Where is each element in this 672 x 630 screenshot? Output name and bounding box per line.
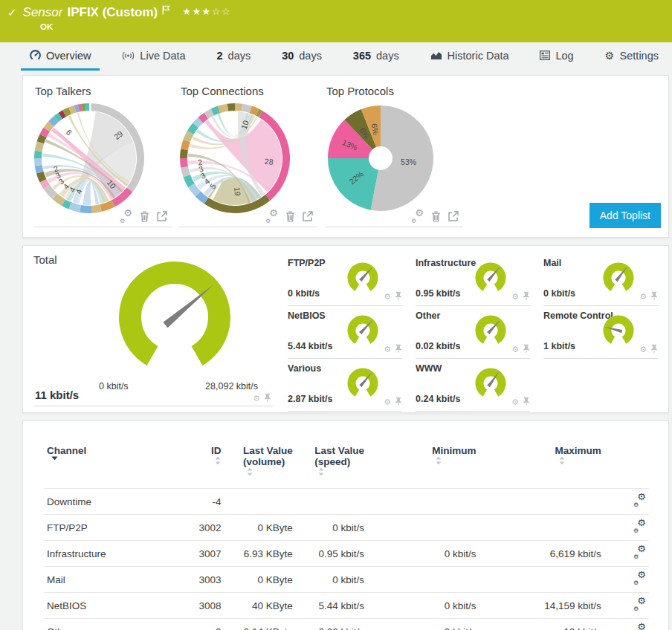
column-header-minimum[interactable]: Minimum: [367, 435, 479, 489]
gear-icon[interactable]: ⚙: [384, 345, 391, 354]
cell-value: 0 KByte: [224, 515, 296, 541]
pin-icon[interactable]: [395, 291, 402, 302]
cell-value: 3008: [178, 593, 224, 619]
channel-gauge: [343, 312, 383, 348]
toplist-pie-chart[interactable]: 53%22%13%6%6%: [325, 103, 463, 214]
channel-gauge-actions: ⚙: [639, 291, 658, 302]
tab-label: days: [299, 50, 322, 62]
gauges-panel: Total 0 kbit/s 28,092 kbit/s 11 kbit/s ⚙…: [22, 245, 669, 413]
gear-combo-icon[interactable]: ⚙⚙: [412, 211, 424, 225]
tab-settings[interactable]: ⚙Settings: [596, 42, 668, 71]
toplist-chord-chart[interactable]: 10281923345: [179, 103, 317, 214]
priority-stars[interactable]: ★★★☆☆: [182, 7, 231, 16]
gear-icon[interactable]: ⚙: [511, 397, 519, 406]
gear-combo-icon[interactable]: ⚙⚙: [266, 211, 278, 225]
cell-channel: Mail: [44, 567, 178, 593]
trash-icon[interactable]: [140, 211, 149, 225]
tab-log[interactable]: Log: [531, 42, 582, 71]
gear-icon[interactable]: ⚙: [384, 292, 391, 301]
tab-live-data[interactable]: Live Data: [113, 42, 194, 71]
column-header-actions: [604, 435, 649, 489]
toplist-actions: ⚙⚙: [325, 212, 459, 224]
gear-combo-icon[interactable]: ⚙⚙: [634, 575, 646, 586]
total-gauge-tile: Total 0 kbit/s 28,092 kbit/s 11 kbit/s ⚙: [33, 253, 273, 406]
gear-combo-icon[interactable]: ⚙⚙: [634, 627, 646, 630]
cell-value: 40 KByte: [224, 593, 296, 619]
channel-gauge: [598, 259, 639, 295]
gear-icon[interactable]: ⚙: [511, 292, 519, 301]
flag-icon[interactable]: [162, 5, 170, 15]
cell-value: 19 kbit/s: [479, 619, 604, 630]
cell-value: 3002: [178, 515, 224, 541]
column-header-channel[interactable]: Channel: [44, 435, 178, 489]
channel-gauge-actions: ⚙: [384, 291, 402, 302]
status-badge: OK: [40, 22, 53, 31]
sensor-type-label: Sensor: [23, 5, 63, 20]
gear-combo-icon[interactable]: ⚙⚙: [634, 497, 646, 508]
tab-label: Settings: [620, 50, 659, 62]
svg-text:53%: 53%: [401, 158, 416, 166]
total-gauge-value: 11 kbit/s: [35, 389, 79, 401]
channel-gauge-value: 0.24 kbit/s: [416, 394, 460, 404]
gear-icon[interactable]: ⚙: [511, 345, 519, 354]
add-toplist-button[interactable]: Add Toplist: [589, 203, 661, 228]
gauge-tile-www: WWW0.24 kbit/s⚙: [416, 359, 530, 412]
gear-icon[interactable]: ⚙: [384, 397, 391, 406]
pin-icon[interactable]: [523, 344, 530, 354]
pin-icon[interactable]: [650, 291, 658, 302]
pin-icon[interactable]: [395, 344, 402, 354]
trash-icon[interactable]: [285, 211, 295, 225]
table-row-other: Other00.14 KByte0.02 kbit/s0 kbit/s19 kb…: [44, 619, 649, 630]
gear-icon[interactable]: ⚙: [639, 345, 647, 354]
cell-value: 0.02 kbit/s: [296, 619, 367, 630]
external-link-icon[interactable]: [157, 211, 167, 224]
tab-label: days: [228, 50, 251, 62]
toplists-panel: Top Talkers29106233444⚙⚙Top Connections1…: [22, 75, 669, 238]
cell-channel: FTP/P2P: [44, 515, 178, 541]
gauge-tile-infrastructure: Infrastructure0.95 kbit/s⚙: [416, 253, 530, 306]
column-header-maximum[interactable]: Maximum: [479, 435, 604, 489]
column-header-last-value-volume[interactable]: Last Value(volume): [224, 435, 296, 489]
tab-label: Log: [555, 50, 573, 62]
gear-icon[interactable]: ⚙: [253, 394, 260, 403]
trash-icon[interactable]: [431, 211, 441, 225]
gear-combo-icon[interactable]: ⚙⚙: [634, 601, 646, 612]
gear-combo-icon[interactable]: ⚙⚙: [634, 523, 646, 534]
tab-2-days[interactable]: 2days: [208, 42, 260, 71]
table-row-mail: Mail30030 KByte0 kbit/s⚙⚙: [44, 567, 649, 593]
channel-gauge-value: 0.95 kbit/s: [416, 288, 460, 299]
cell-value: 6.93 KByte: [224, 541, 296, 567]
cell-value: [367, 567, 479, 593]
column-header-last-value-speed[interactable]: Last Value(speed): [296, 435, 367, 489]
cell-value: 0 KByte: [224, 567, 296, 593]
tab-overview[interactable]: Overview: [21, 42, 100, 71]
cell-value: [479, 567, 604, 593]
channel-table: ChannelIDLast Value(volume)Last Value(sp…: [44, 435, 649, 630]
gear-icon: ⚙: [605, 50, 615, 62]
pin-icon[interactable]: [523, 397, 530, 407]
pin-icon[interactable]: [650, 344, 658, 354]
tab-historic-data[interactable]: Historic Data: [421, 42, 518, 71]
channel-gauge-value: 1 kbit/s: [543, 341, 575, 351]
channel-gauge: [598, 312, 639, 348]
cell-channel: Downtime: [44, 489, 178, 515]
toplist-chord-chart[interactable]: 29106233444: [33, 103, 172, 214]
cell-value: 3003: [178, 567, 224, 593]
pin-icon[interactable]: [395, 397, 402, 407]
column-header-id[interactable]: ID: [178, 435, 224, 489]
cell-value: 0: [178, 619, 224, 630]
tab-30-days[interactable]: 30days: [273, 42, 331, 71]
channel-settings-cell: ⚙⚙: [604, 619, 649, 630]
tab-365-days[interactable]: 365days: [344, 42, 408, 71]
pin-icon[interactable]: [523, 291, 530, 302]
gear-combo-icon[interactable]: ⚙⚙: [634, 549, 646, 560]
channel-gauge: [471, 312, 511, 348]
toplist-top-connections: Top Connections10281923345⚙⚙: [179, 85, 317, 227]
pin-icon[interactable]: [264, 393, 271, 403]
gear-icon[interactable]: ⚙: [639, 292, 647, 301]
channel-settings-cell: ⚙⚙: [604, 567, 649, 593]
gear-combo-icon[interactable]: ⚙⚙: [120, 211, 132, 225]
channel-gauge-grid: FTP/P2P0 kbit/s⚙Infrastructure0.95 kbit/…: [288, 253, 658, 412]
external-link-icon[interactable]: [448, 211, 459, 224]
external-link-icon[interactable]: [303, 211, 313, 224]
